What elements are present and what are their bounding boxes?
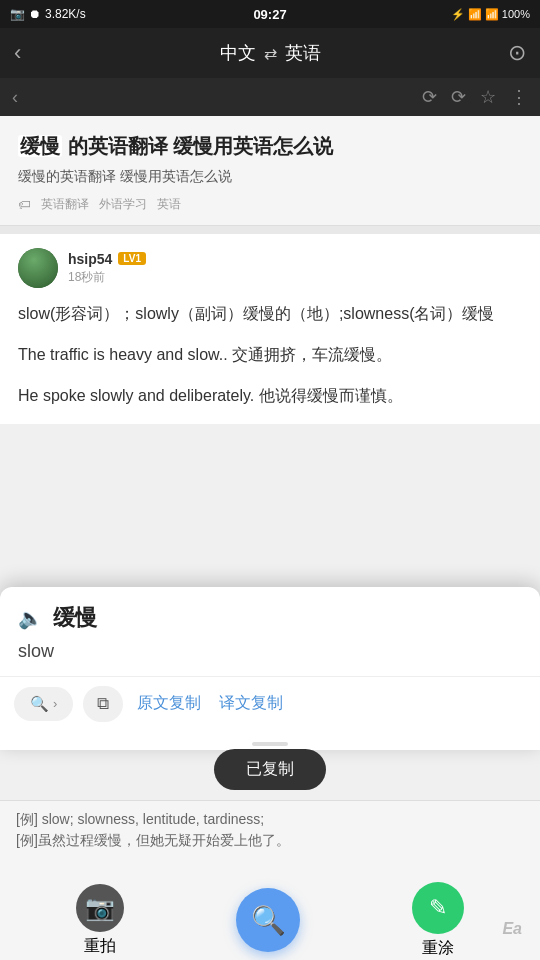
retake-icon: 📷	[76, 884, 124, 932]
tag-2: 外语学习	[99, 196, 147, 213]
back-button[interactable]: ‹	[14, 40, 44, 66]
popup-translation: slow	[0, 637, 540, 676]
status-bar: 📷 ⏺ 3.82K/s 09:27 ⚡ 📶 📶 100%	[0, 0, 540, 28]
author-info: hsip54 LV1 18秒前	[68, 251, 146, 286]
question-subtitle: 缓慢的英语翻译 缓慢用英语怎么说	[18, 168, 522, 186]
ea-label: Ea	[502, 920, 522, 938]
sub-nav: ‹ ⟳ ⟳ ☆ ⋮	[0, 78, 540, 116]
preview-line-1: [例] slow; slowness, lentitude, tardiness…	[16, 809, 524, 830]
answer-para-3: He spoke slowly and deliberately. 他说得缓慢而…	[18, 382, 522, 409]
answer-author-row: hsip54 LV1 18秒前	[18, 248, 522, 288]
nav-right-button[interactable]: ⊙	[496, 40, 526, 66]
translate-direction-icon: ⇄	[264, 44, 277, 63]
popup-copy-original-button[interactable]: 原文复制	[133, 685, 205, 722]
tag-3: 英语	[157, 196, 181, 213]
signal-icon: 📶	[485, 8, 499, 21]
status-right: ⚡ 📶 📶 100%	[451, 8, 530, 21]
status-left: 📷 ⏺ 3.82K/s	[10, 7, 86, 21]
popup-copy-icon-button[interactable]: ⧉	[83, 686, 123, 722]
sub-nav-back[interactable]: ‹	[12, 87, 18, 108]
status-time: 09:27	[253, 7, 286, 22]
nav-bar: ‹ 中文 ⇄ 英语 ⊙	[0, 28, 540, 78]
question-title-text: 的英语翻译 缓慢用英语怎么说	[68, 135, 334, 157]
retake-label: 重拍	[84, 936, 116, 957]
nav-title-en: 英语	[285, 41, 321, 65]
question-card: 缓慢 的英语翻译 缓慢用英语怎么说 缓慢的英语翻译 缓慢用英语怎么说 🏷 英语翻…	[0, 116, 540, 226]
preview-line-2: [例]虽然过程缓慢，但她无疑开始爱上他了。	[16, 830, 524, 851]
tag-1: 英语翻译	[41, 196, 89, 213]
copy-icon: ⧉	[97, 694, 109, 713]
tag-icon: 🏷	[18, 197, 31, 212]
preview-text-2: [例]虽然过程缓慢，但她无疑开始爱上他了。	[16, 832, 290, 848]
bottom-text-preview: [例] slow; slowness, lentitude, tardiness…	[0, 801, 540, 859]
repaint-icon: ✎	[412, 882, 464, 934]
translation-popup: 🔈 缓慢 slow 🔍 › ⧉ 原文复制 译文复制	[0, 587, 540, 750]
bottom-actions: 📷 重拍 🔍 ✎ 重涂	[0, 880, 540, 960]
popup-drag-handle[interactable]	[0, 734, 540, 750]
nav-title-zh: 中文	[220, 41, 256, 65]
author-time: 18秒前	[68, 269, 146, 286]
search-fab-icon: 🔍	[251, 904, 286, 937]
preview-text-1: [例] slow; slowness, lentitude, tardiness…	[16, 811, 264, 827]
bluetooth-icon: ⚡	[451, 8, 465, 21]
search-fab-button[interactable]: 🔍	[236, 888, 300, 952]
popup-copy-translation-button[interactable]: 译文复制	[215, 685, 287, 722]
question-tags: 🏷 英语翻译 外语学习 英语	[18, 196, 522, 213]
record-icon: ⏺	[29, 7, 41, 21]
search-arrow-icon: ›	[53, 696, 57, 711]
wifi-icon: 📶	[468, 8, 482, 21]
camera-retake-icon: 📷	[85, 894, 115, 922]
repaint-pencil-icon: ✎	[429, 895, 447, 921]
copied-toast: 已复制	[214, 749, 326, 790]
retake-button[interactable]: 📷 重拍	[76, 884, 124, 957]
popup-actions: 🔍 › ⧉ 原文复制 译文复制	[0, 676, 540, 734]
answer-para-1: slow(形容词）；slowly（副词）缓慢的（地）;slowness(名词）缓…	[18, 300, 522, 327]
answer-card: hsip54 LV1 18秒前 slow(形容词）；slowly（副词）缓慢的（…	[0, 234, 540, 424]
popup-word: 缓慢	[53, 603, 97, 633]
author-name: hsip54	[68, 251, 112, 267]
popup-search-button[interactable]: 🔍 ›	[14, 687, 73, 721]
author-name-row: hsip54 LV1	[68, 251, 146, 267]
question-highlight: 缓慢	[18, 135, 62, 157]
share-icon[interactable]: ⟳	[451, 86, 466, 108]
answer-text: slow(形容词）；slowly（副词）缓慢的（地）;slowness(名词）缓…	[18, 300, 522, 410]
answer-para-2: The traffic is heavy and slow.. 交通拥挤，车流缓…	[18, 341, 522, 368]
star-icon[interactable]: ☆	[480, 86, 496, 108]
speaker-icon[interactable]: 🔈	[18, 606, 43, 630]
camera-icon: 📷	[10, 7, 25, 21]
main-content: 缓慢 的英语翻译 缓慢用英语怎么说 缓慢的英语翻译 缓慢用英语怎么说 🏷 英语翻…	[0, 116, 540, 424]
drag-bar	[252, 742, 288, 746]
question-title: 缓慢 的英语翻译 缓慢用英语怎么说	[18, 132, 522, 160]
speed-indicator: 3.82K/s	[45, 7, 86, 21]
popup-word-row: 🔈 缓慢	[0, 587, 540, 637]
repaint-button[interactable]: ✎ 重涂	[412, 882, 464, 959]
repaint-label: 重涂	[422, 938, 454, 959]
menu-icon[interactable]: ⋮	[510, 86, 528, 108]
refresh-icon[interactable]: ⟳	[422, 86, 437, 108]
level-badge: LV1	[118, 252, 146, 265]
nav-title: 中文 ⇄ 英语	[220, 41, 321, 65]
battery-icon: 100%	[502, 8, 530, 20]
avatar	[18, 248, 58, 288]
search-icon: 🔍	[30, 695, 49, 713]
